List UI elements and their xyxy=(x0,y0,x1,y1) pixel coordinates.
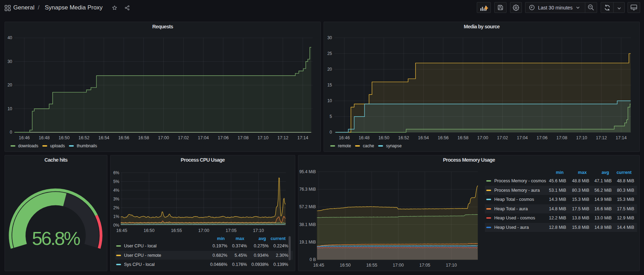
svg-text:16:56: 16:56 xyxy=(438,135,448,140)
svg-text:17:00: 17:00 xyxy=(477,135,488,140)
svg-text:16:50: 16:50 xyxy=(143,228,154,233)
svg-text:16:50: 16:50 xyxy=(340,263,351,268)
svg-text:17:08: 17:08 xyxy=(238,135,248,140)
svg-text:17:06: 17:06 xyxy=(537,135,547,140)
svg-text:38.1 MiB: 38.1 MiB xyxy=(299,222,316,227)
svg-text:16:48: 16:48 xyxy=(39,135,50,140)
svg-text:17:02: 17:02 xyxy=(178,135,189,140)
svg-text:16:45: 16:45 xyxy=(313,263,324,268)
svg-text:95.4 MiB: 95.4 MiB xyxy=(299,169,316,174)
svg-text:17:02: 17:02 xyxy=(497,135,508,140)
svg-text:30: 30 xyxy=(327,35,332,40)
svg-text:76.3 MiB: 76.3 MiB xyxy=(299,187,316,192)
svg-text:57.2 MiB: 57.2 MiB xyxy=(299,204,316,209)
svg-text:17:12: 17:12 xyxy=(277,135,288,140)
svg-text:17:12: 17:12 xyxy=(596,135,607,140)
svg-text:16:46: 16:46 xyxy=(19,135,30,140)
svg-text:17:10: 17:10 xyxy=(257,135,268,140)
svg-text:1%: 1% xyxy=(113,214,120,219)
svg-text:16:58: 16:58 xyxy=(458,135,468,140)
svg-text:17:10: 17:10 xyxy=(253,228,264,233)
svg-text:16:58: 16:58 xyxy=(138,135,149,140)
svg-text:20: 20 xyxy=(7,83,12,87)
svg-text:6%: 6% xyxy=(113,170,120,175)
svg-text:17:14: 17:14 xyxy=(616,135,627,140)
svg-text:4%: 4% xyxy=(113,188,120,193)
svg-text:17:00: 17:00 xyxy=(198,228,209,233)
svg-text:17:08: 17:08 xyxy=(556,135,567,140)
svg-text:16:54: 16:54 xyxy=(418,135,429,140)
svg-text:16:55: 16:55 xyxy=(366,263,377,268)
svg-text:17:05: 17:05 xyxy=(226,228,236,233)
svg-text:16:55: 16:55 xyxy=(171,228,182,233)
svg-text:5%: 5% xyxy=(113,179,120,184)
svg-text:17:00: 17:00 xyxy=(158,135,169,140)
svg-text:17:10: 17:10 xyxy=(446,263,457,268)
svg-text:17:14: 17:14 xyxy=(297,135,308,140)
svg-text:17:04: 17:04 xyxy=(517,135,528,140)
svg-text:17:05: 17:05 xyxy=(419,263,430,268)
svg-text:16:52: 16:52 xyxy=(78,135,89,140)
svg-text:17:04: 17:04 xyxy=(198,135,209,140)
svg-text:16:48: 16:48 xyxy=(359,135,369,140)
svg-text:16:50: 16:50 xyxy=(378,135,389,140)
svg-text:30: 30 xyxy=(7,59,12,64)
svg-text:16:45: 16:45 xyxy=(116,228,127,233)
svg-text:17:06: 17:06 xyxy=(218,135,228,140)
svg-text:17:10: 17:10 xyxy=(576,135,587,140)
svg-text:19.1 MiB: 19.1 MiB xyxy=(299,240,316,245)
svg-text:16:54: 16:54 xyxy=(98,135,109,140)
svg-text:20: 20 xyxy=(327,67,332,72)
svg-text:40: 40 xyxy=(7,35,12,40)
svg-text:0 B: 0 B xyxy=(310,257,316,262)
svg-text:16:46: 16:46 xyxy=(339,135,350,140)
svg-text:16:56: 16:56 xyxy=(118,135,129,140)
svg-text:10: 10 xyxy=(327,98,332,103)
svg-text:0%: 0% xyxy=(113,223,120,228)
svg-text:10: 10 xyxy=(7,106,12,111)
svg-text:25: 25 xyxy=(327,51,332,56)
svg-text:5: 5 xyxy=(330,114,332,119)
svg-text:17:00: 17:00 xyxy=(393,263,404,268)
svg-text:2%: 2% xyxy=(113,205,120,210)
svg-text:15: 15 xyxy=(327,83,332,87)
svg-text:16:50: 16:50 xyxy=(59,135,70,140)
svg-text:0: 0 xyxy=(330,130,332,135)
svg-text:16:52: 16:52 xyxy=(398,135,409,140)
svg-text:3%: 3% xyxy=(113,197,120,202)
svg-text:0: 0 xyxy=(10,130,12,135)
